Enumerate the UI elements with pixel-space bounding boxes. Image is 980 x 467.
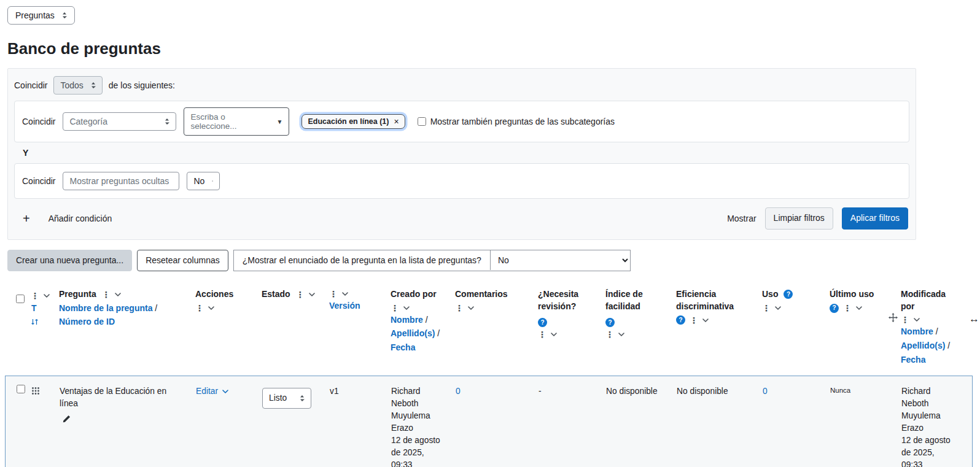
column-menu-icon[interactable]: ⋮ [762,304,771,312]
sort-version-link[interactable]: Versión [329,301,360,311]
status-value: Listo [269,392,287,404]
needs-checking-header-label: ¿Necesita revisión? [538,288,598,312]
hidden-questions-value: No [193,176,204,186]
subcategories-label[interactable]: Mostrar también preguntas de las subcate… [430,117,615,126]
chevron-down-icon[interactable] [115,293,121,296]
page-mode-select[interactable]: Preguntas [7,6,75,25]
header-modified-by: ↔ Modificada por ⋮ Nombre / Apellido(s) … [897,285,962,371]
last-used-header-label: Último uso [830,288,893,301]
comments-count-link[interactable]: 0 [456,387,461,396]
resize-column-icon[interactable]: ↔ [969,312,979,326]
match-type-select[interactable]: Todos [53,76,102,95]
chevron-down-icon[interactable] [775,306,781,310]
column-menu-icon[interactable]: ⋮ [901,315,909,324]
sort-created-surname-link[interactable]: Apellido(s) [391,328,435,338]
drag-handle-icon[interactable] [31,387,40,395]
chevron-down-icon[interactable] [44,294,50,298]
edit-menu[interactable]: Editar [196,385,228,398]
help-icon[interactable]: ? [538,318,547,327]
header-discriminative-efficiency: Eficiencia discriminativa ? ⋮ [672,285,758,371]
column-menu-icon[interactable]: ⋮ [391,304,399,312]
modified-by-cell: Richard Neboth Muyulema Erazo 12 de agos… [898,376,963,467]
filter-row-hidden: Coincidir Mostrar preguntas ocultas No [14,163,909,199]
hidden-questions-value-select[interactable]: No [187,172,220,190]
question-text-display-select[interactable]: No [490,250,630,270]
match-label: Coincidir [22,176,55,186]
chevron-down-icon[interactable] [208,306,214,310]
status-header-label: Estado [262,288,290,301]
question-header-label: Pregunta [59,288,96,301]
category-combobox[interactable]: Escriba o seleccione... ▼ [184,107,289,136]
modified-by-header-label: Modificada por [901,288,959,312]
sort-created-date-link[interactable]: Fecha [391,342,415,352]
chevron-down-icon[interactable] [468,306,474,310]
help-icon[interactable]: ? [605,318,615,327]
filter-card: Coincidir Todos de los siguientes: Coinc… [7,68,916,240]
column-menu-icon[interactable]: ⋮ [195,304,204,312]
updown-icon [91,82,96,89]
status-select[interactable]: Listo [262,388,311,409]
version-cell: v1 [326,376,387,467]
column-menu-icon[interactable]: ⋮ [296,290,305,299]
modified-by-name: Richard Neboth Muyulema Erazo [901,385,957,434]
chevron-down-icon[interactable] [702,318,709,322]
sort-modified-date-link[interactable]: Fecha [901,355,925,365]
apply-filters-button[interactable]: Aplicar filtros [842,207,908,230]
hidden-questions-select[interactable]: Mostrar preguntas ocultas [63,172,179,190]
row-drag-cell [28,376,56,467]
column-menu-icon[interactable]: ⋮ [102,290,111,299]
chevron-down-icon[interactable] [914,318,920,322]
remove-tag-icon[interactable]: × [394,117,399,126]
sort-modified-name-link[interactable]: Nombre [901,326,933,336]
filter-field-select[interactable]: Categoría [63,112,176,131]
chevron-down-icon[interactable] [618,333,624,336]
sort-direction-icon[interactable] [31,318,39,326]
sort-question-id-link[interactable]: Número de ID [59,317,115,326]
header-comments: Comentarios ⋮ [451,285,534,371]
chevron-down-icon[interactable] [856,306,862,310]
header-select-all [5,285,27,371]
column-menu-icon[interactable]: ⋮ [605,330,614,339]
chevron-down-icon[interactable] [309,293,315,296]
row-checkbox[interactable] [17,385,25,393]
add-condition-button[interactable]: + Añadir condición [15,212,112,225]
move-column-icon[interactable] [889,313,898,322]
sort-type-link[interactable]: T [31,303,52,315]
header-usage: Uso ? ⋮ [758,285,826,371]
help-icon[interactable]: ? [784,290,793,299]
row-select-cell [6,376,28,467]
facility-index-cell: No disponible [602,376,673,467]
usage-count-link[interactable]: 0 [763,387,768,396]
help-icon[interactable]: ? [830,304,839,313]
combobox-placeholder: Escriba o seleccione... [190,112,270,131]
discriminative-efficiency-cell: No disponible [673,376,759,467]
chevron-down-icon[interactable] [342,292,348,296]
chevron-down-icon[interactable] [551,333,557,336]
updown-icon [165,118,169,125]
select-all-checkbox[interactable] [16,295,25,303]
sort-modified-surname-link[interactable]: Apellido(s) [901,341,945,350]
edit-name-icon[interactable] [62,415,71,423]
column-menu-icon[interactable]: ⋮ [538,330,546,339]
column-menu-icon[interactable]: ⋮ [31,291,39,300]
question-name[interactable]: Ventajas de la Educación en línea [60,385,186,410]
selected-category-tag[interactable]: Educación en línea (1) × [301,114,405,129]
sort-created-name-link[interactable]: Nombre [391,315,423,325]
header-needs-checking: ¿Necesita revisión? ? ⋮ [534,285,602,371]
subcategories-checkbox[interactable] [418,117,426,126]
create-question-button[interactable]: Crear una nueva pregunta... [7,250,132,272]
filter-row-category: Coincidir Categoría Escriba o seleccione… [14,101,909,142]
reset-columns-button[interactable]: Resetear columnas [137,250,228,272]
chevron-down-icon[interactable] [403,306,410,310]
column-menu-icon[interactable]: ⋮ [455,304,464,312]
header-facility-index: Índice de facilidad ? ⋮ [602,285,672,371]
column-menu-icon[interactable]: ⋮ [329,290,338,298]
column-menu-icon[interactable]: ⋮ [690,316,698,325]
sort-question-name-link[interactable]: Nombre de la pregunta [59,303,152,313]
clear-filters-button[interactable]: Limpiar filtros [765,207,833,230]
help-icon[interactable]: ? [676,315,685,325]
comments-header-label: Comentarios [455,288,531,301]
column-menu-icon[interactable]: ⋮ [843,304,852,312]
top-navigation: Preguntas [0,0,980,25]
table-row: Ventajas de la Educación en línea Editar… [5,376,973,467]
